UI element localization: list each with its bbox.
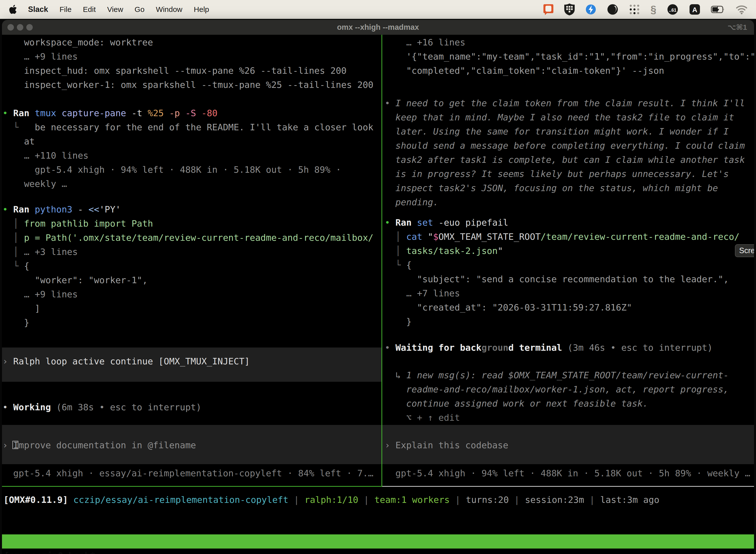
prompt-input[interactable]: › Improve documentation in @filename (2, 438, 196, 452)
tmux-session-name: [omx-cczip0:bash* (4, 549, 95, 554)
tmux-status-bar: [omx-cczip0:bash* "MacBook-Pro-44.local"… (2, 535, 754, 549)
menu-item-go[interactable]: Go (129, 5, 150, 13)
terminal-line: │ tasks/task-2.json" (385, 244, 503, 258)
menu-bar-left: Slack FileEditViewGoWindowHelp (0, 0, 215, 19)
thinking-text: • I need to get the claim token from the… (385, 96, 745, 110)
omx-status-pane: [OMX#0.11.9] cczip/essay/ai-reimplementa… (2, 487, 754, 535)
waiting-status: • Waiting for background terminal (3m 46… (385, 340, 712, 355)
svg-text:..61: ..61 (669, 8, 676, 13)
window-shortcut-badge: ⌥⌘1 (728, 20, 747, 35)
apple-menu-icon[interactable] (9, 4, 19, 15)
terminal-line: └ be necessary for the end of the README… (2, 120, 374, 134)
screenshot-chat-icon[interactable] (543, 4, 554, 15)
section-figure-icon[interactable]: § (650, 3, 656, 15)
terminal-line: workspace_mode: worktree (2, 35, 153, 49)
terminal-line: } (2, 316, 29, 330)
terminal-line: readme-and-reco/mailbox/worker-1.json, a… (385, 382, 729, 396)
terminal-line: "created_at": "2026-03-31T11:59:27.816Z" (385, 300, 632, 315)
terminal-line: inspect_worker-1: omx sparkshell --tmux-… (2, 78, 374, 92)
terminal-line: keep that in mind. Maybe I also need the… (385, 110, 734, 124)
menu-app-name[interactable]: Slack (22, 0, 54, 19)
window-title: omx --xhigh --madmax (2, 20, 754, 35)
terminal-line: pending. (385, 195, 439, 209)
terminal-line: … +16 lines (385, 35, 465, 49)
terminal-line: '{"team_name":"my-team","task_id":"1","f… (385, 49, 754, 63)
svg-text:A: A (692, 6, 697, 14)
terminal-line: ] (2, 301, 40, 316)
battery-charging-icon[interactable] (711, 4, 725, 15)
menu-item-file[interactable]: File (54, 5, 77, 13)
badge-61-icon[interactable]: ..61 (667, 4, 679, 15)
pane-status-line: gpt-5.4 xhigh · 94% left · 488K in · 5.1… (385, 466, 750, 480)
window-title-bar[interactable]: omx --xhigh --madmax ⌥⌘1 (2, 20, 754, 35)
menu-item-edit[interactable]: Edit (77, 5, 102, 13)
terminal-line: "completed","claim_token":"claim-token"}… (385, 63, 664, 78)
terminal-line: … +110 lines (2, 149, 88, 163)
terminal-line: inspect_hud: omx sparkshell --tmux-pane … (2, 63, 346, 78)
terminal-line: later. Using the same for transition mig… (385, 124, 729, 138)
terminal-line: … +9 lines (2, 49, 78, 63)
input-source-a-icon[interactable]: A (689, 4, 700, 15)
tmux-pane-left[interactable]: workspace_mode: worktree … +9 lines insp… (2, 35, 381, 486)
prompt-input[interactable]: › Explain this codebase (385, 438, 508, 452)
menu-item-window[interactable]: Window (150, 5, 188, 13)
terminal-line: task2 after task1 is complete, but can I… (385, 153, 745, 167)
terminal-line: └ { (385, 258, 412, 272)
terminal-line: at (2, 134, 35, 149)
wifi-icon[interactable] (736, 4, 748, 14)
terminal-line: gpt-5.4 xhigh · 94% left · 488K in · 5.1… (2, 163, 341, 177)
terminal-line: … +7 lines (385, 286, 460, 300)
working-status: • Working (6m 38s • esc to interrupt) (2, 400, 201, 414)
keypad-shield-icon[interactable] (564, 3, 575, 15)
terminal-line: │ … +3 lines (2, 245, 78, 259)
ran-python-command: • Ran python3 - <<'PY' (2, 202, 121, 216)
terminal-line: … +9 lines (2, 287, 78, 301)
terminal-line: weekly … (2, 177, 67, 191)
terminal-line: │ p = Path('.omx/state/team/review-curre… (2, 231, 374, 245)
inject-notice: › Ralph loop active continue [OMX_TMUX_I… (2, 354, 250, 368)
ran-tmux-command: • Ran tmux capture-pane -t %25 -p -S -80 (2, 106, 217, 120)
screenshot-root: Slack FileEditViewGoWindowHelp § ..61 (0, 0, 756, 554)
moon-crescent-icon[interactable] (607, 4, 618, 15)
terminal-line: │ cat "$OMX_TEAM_STATE_ROOT/team/review-… (385, 230, 740, 244)
terminal-line: } (385, 315, 412, 329)
pinwheel-bolt-icon[interactable] (585, 4, 596, 15)
omx-session-status: [OMX#0.11.9] cczip/essay/ai-reimplementa… (3, 493, 659, 507)
macos-menu-bar: Slack FileEditViewGoWindowHelp § ..61 (0, 0, 756, 19)
ran-set-command: • Ran set -euo pipefail (385, 215, 508, 230)
tmux-pane-right[interactable]: … +16 lines '{"team_name":"my-team","tas… (382, 35, 754, 486)
pane-status-line: gpt-5.4 xhigh · essay/ai-reimplementatio… (2, 466, 374, 480)
terminal-line: └ { (2, 259, 29, 273)
terminal-content: workspace_mode: worktree … +9 lines insp… (2, 35, 754, 554)
terminal-line: │ from pathlib import Path (2, 216, 153, 231)
terminal-line: continue assigned work or next feasible … (385, 396, 648, 410)
terminal-window: omx --xhigh --madmax ⌥⌘1 workspace_mode:… (2, 20, 754, 554)
menu-item-help[interactable]: Help (188, 5, 215, 13)
terminal-line: should send a message before completing … (385, 138, 745, 153)
edit-hint: ⌥ + ↑ edit (385, 410, 460, 425)
terminal-line: "subject": "send a concise recommendatio… (385, 272, 729, 286)
terminal-line: ↳ 1 new msg(s): read $OMX_TEAM_STATE_ROO… (385, 368, 729, 382)
terminal-line: inspect task2's JSON, focusing on the st… (385, 181, 718, 195)
terminal-line: is in progress? It seems likely but perh… (385, 167, 729, 181)
screen-tooltip: Scre (735, 244, 754, 257)
menu-item-view[interactable]: View (102, 5, 129, 13)
terminal-line: "worker": "worker-1", (2, 273, 147, 287)
menu-bar-status-icons: § ..61 A (543, 3, 756, 15)
dots-grid-icon[interactable] (629, 4, 640, 15)
